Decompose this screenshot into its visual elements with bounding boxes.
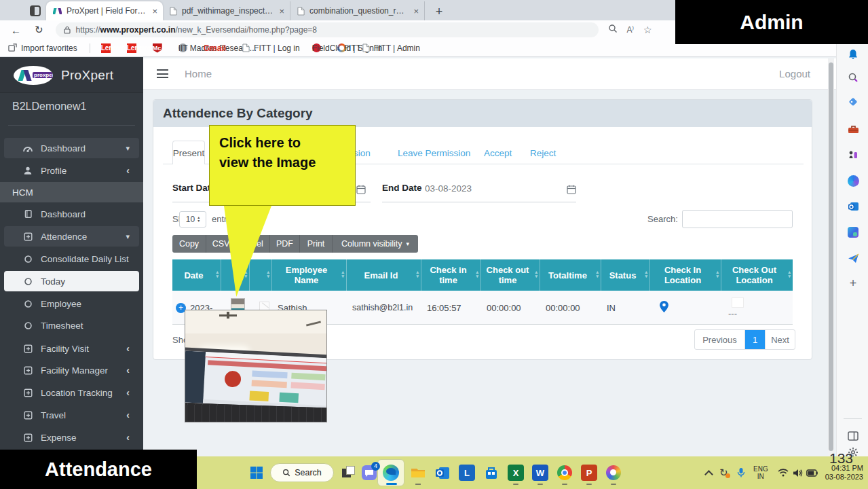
sidebar-item-timesheet[interactable]: Timesheet [4,315,139,336]
pagination-next[interactable]: Next [765,330,795,349]
image-tooltip[interactable]: Click here to view the Image [209,125,356,206]
column-header-email-id[interactable]: Email Id▴▾ [347,259,421,291]
task-view-icon[interactable] [341,465,357,481]
tab-leave-permission[interactable]: Leave Permission [398,148,470,158]
bookmark-item[interactable]: Import favorites [8,43,77,53]
drop-icon[interactable] [846,251,860,265]
column-header-date[interactable]: Date▴▾ [172,259,221,291]
powerpoint-icon[interactable]: P [581,465,597,481]
shopping-icon[interactable] [846,96,860,110]
sort-icon[interactable]: ▴▾ [645,270,647,278]
sort-icon[interactable]: ▴▾ [267,270,269,278]
chrome-icon[interactable] [556,465,573,481]
start-date-calendar-icon[interactable] [356,185,366,197]
tab-close-icon[interactable]: × [413,7,419,16]
browser-tab[interactable]: ProXpert | Field Force Automation× [46,1,163,20]
edge-icon[interactable] [383,465,399,481]
tab-actions-icon[interactable] [30,5,41,16]
browser-tab[interactable]: pdf_withimage_inspection.php× [163,1,290,20]
sort-icon[interactable]: ▴▾ [716,270,719,278]
designer-icon[interactable] [846,225,860,239]
microsoft365-icon[interactable] [846,174,860,187]
column-header-check-in-time[interactable]: Check in time▴▾ [421,259,481,291]
excel-icon[interactable]: X [508,465,524,481]
tab-accept[interactable]: Accept [484,148,512,158]
taskbar-search[interactable]: Search [270,463,334,482]
start-button[interactable] [248,465,265,481]
pdf-button[interactable]: PDF [270,235,300,253]
checkin-photo-preview[interactable] [185,310,327,422]
pagination-previous[interactable]: Previous [695,330,745,349]
print-button[interactable]: Print [300,235,333,253]
read-aloud-icon[interactable]: A) [627,25,634,35]
bookmark-item[interactable]: Lenovo [127,43,140,53]
word-icon[interactable]: W [532,465,548,481]
teams-chat-icon[interactable]: 4 [361,465,377,481]
tab-present[interactable]: Present [172,141,205,164]
column-header-status[interactable]: Status▴▾ [601,259,650,291]
lenovo-icon[interactable]: L [459,465,475,481]
sidebar-item-facility-visit[interactable]: Facility Visit‹ [4,338,139,359]
sidebar-item-employee[interactable]: Employee [4,293,139,314]
toolbox-icon[interactable] [846,122,860,136]
sort-icon[interactable]: ▴▾ [535,270,537,278]
tray-sync-icon[interactable]: ↻ [719,456,728,489]
sort-icon[interactable]: ▴▾ [476,270,478,278]
games-icon[interactable] [846,148,860,162]
search-icon[interactable] [846,71,860,84]
column-header-check-in-location[interactable]: Check In Location▴▾ [650,259,721,291]
search-input[interactable] [682,210,793,228]
sort-icon[interactable]: ▴▾ [596,270,599,278]
pagination-page-1[interactable]: 1 [745,330,765,349]
sidebar-item-consolidate-daily-list[interactable]: Consolidate Daily List [4,249,139,269]
new-tab-button[interactable]: + [430,3,448,20]
bookmark-item[interactable]: FITT | Log in [242,43,300,53]
location-pin-icon[interactable] [660,301,668,314]
column-header-blank-2[interactable]: ▴▾ [250,259,272,291]
back-button[interactable]: ← [11,24,21,36]
column-header-employee-name[interactable]: Employee Name▴▾ [272,259,347,291]
sidebar-item-location-tracking[interactable]: Location Tracking‹ [4,382,139,403]
tray-language-indicator[interactable]: ENGIN [753,456,768,489]
column-visibility-button[interactable]: Column visibility▾ [333,235,418,253]
bookmark-item[interactable]: IIT Madras Researc... [178,43,191,52]
tray-chevron-up-icon[interactable] [706,456,712,489]
end-date-calendar-icon[interactable] [567,185,576,197]
tab-reject[interactable]: Reject [530,148,556,158]
hamburger-menu-icon[interactable] [157,69,168,78]
favorite-star-icon[interactable]: ☆ [643,24,652,35]
store-icon[interactable] [483,465,499,481]
bookmark-item[interactable]: Gmail [204,43,230,53]
sidebar-logo-row[interactable]: proxpert ProXpert [0,58,143,93]
sidebar-item-today[interactable]: Today [4,271,139,291]
file-explorer-icon[interactable] [410,465,426,481]
sidebar-item-dashboard[interactable]: Dashboard▾ [4,138,139,158]
outlook-icon[interactable] [846,200,860,213]
sidebar-item-dashboard[interactable]: Dashboard [4,204,139,224]
sort-icon[interactable]: ▴▾ [341,270,344,278]
split-screen-icon[interactable] [846,429,860,443]
address-bar[interactable]: https://www.proxpert.co.in/new_k_Eversen… [56,22,599,37]
sort-icon[interactable]: ▴▾ [788,270,791,278]
outlook-taskbar-icon[interactable] [434,465,451,481]
bookmark-item[interactable]: FieldCloud | Sign in [312,43,325,52]
tab-close-icon[interactable]: × [152,7,157,16]
browser-tab[interactable]: combination_question_report.php× [290,1,425,20]
sort-icon[interactable]: ▴▾ [416,270,419,278]
sidebar-item-travel[interactable]: Travel‹ [4,405,139,425]
search-page-icon[interactable] [608,24,618,36]
breadcrumb-home[interactable]: Home [185,68,212,79]
bookmark-item[interactable]: FITT | Admin [362,43,420,53]
sort-icon[interactable]: ▴▾ [216,270,219,278]
bookmark-item[interactable]: Lenovo Support [101,43,115,53]
tab-close-icon[interactable]: × [279,7,284,16]
column-header-check-out-location[interactable]: Check Out Location▴▾ [721,259,793,291]
bell-icon[interactable] [846,48,860,61]
sidebar-item-expense[interactable]: Expense‹ [4,427,139,448]
tray-wifi-icon[interactable] [778,456,789,489]
page-length-select[interactable]: 10 ▴▾ [179,211,206,228]
plus-icon[interactable]: + [846,276,860,290]
copy-button[interactable]: Copy [172,235,206,253]
tray-microphone-icon[interactable] [737,456,745,489]
sidebar-item-attendence[interactable]: Attendence▾ [4,226,139,247]
